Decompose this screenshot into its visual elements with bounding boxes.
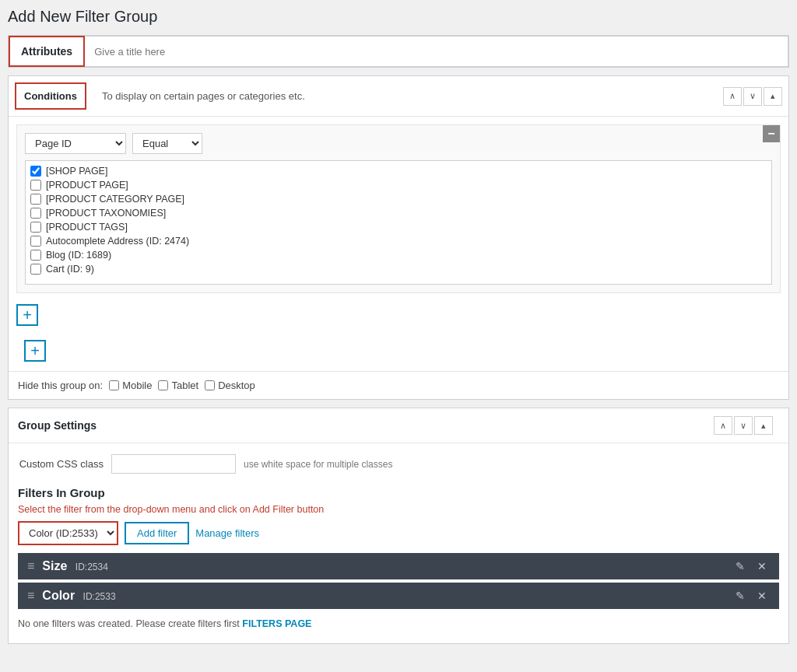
checkbox-autocomplete-address[interactable]	[30, 236, 41, 247]
conditions-collapse-button[interactable]: ▴	[764, 87, 782, 106]
hide-desktop-checkbox[interactable]	[205, 380, 215, 390]
hide-desktop-label[interactable]: Desktop	[205, 380, 255, 391]
conditions-body: − Page ID Category Tag Equal Not Equal […	[16, 124, 781, 293]
checklist-item-product-cat: [PRODUCT CATEGORY PAGE]	[26, 192, 771, 206]
checklist-item-autocomplete: Autocomplete Address (ID: 2474)	[26, 234, 771, 248]
checkbox-shop-page[interactable]	[30, 166, 41, 177]
drag-icon-color: ≡	[27, 589, 34, 603]
add-filter-button[interactable]: Add filter	[125, 522, 189, 544]
attributes-label: Attributes	[9, 36, 85, 67]
attributes-section: Attributes	[8, 35, 789, 68]
filter-row-color: ≡ Color ID:2533 ✎ ✕	[18, 583, 779, 609]
checkbox-product-tags[interactable]	[30, 222, 41, 233]
add-group-button[interactable]: +	[24, 340, 46, 362]
filter-controls: Color (ID:2533) Size (ID:2534) Add filte…	[18, 521, 779, 545]
checkbox-product-category-page[interactable]	[30, 194, 41, 205]
color-remove-button[interactable]: ✕	[754, 590, 770, 602]
checklist-item-blog: Blog (ID: 1689)	[26, 248, 771, 262]
equal-select[interactable]: Equal Not Equal	[132, 133, 202, 154]
custom-css-label: Custom CSS class	[18, 458, 104, 470]
group-settings-header: Group Settings ∧ ∨ ▴	[9, 408, 788, 443]
drag-icon-size: ≡	[27, 559, 34, 573]
filter-name-size: Size ID:2534	[42, 559, 732, 573]
checklist-item-product-tags: [PRODUCT TAGS]	[26, 220, 771, 234]
group-settings-body: Custom CSS class use white space for mul…	[9, 443, 788, 643]
filters-page-link[interactable]: FILTERS PAGE	[242, 618, 311, 629]
color-row-actions: ✎ ✕	[732, 590, 770, 602]
conditions-up-button[interactable]: ∧	[723, 87, 742, 106]
checkbox-cart[interactable]	[30, 264, 41, 275]
conditions-label: Conditions	[15, 82, 86, 110]
filter-row-size: ≡ Size ID:2534 ✎ ✕	[18, 553, 779, 579]
hide-group-row: Hide this group on: Mobile Tablet Deskto…	[9, 371, 788, 399]
checklist-item-product-tax: [PRODUCT TAXONOMIES]	[26, 206, 771, 220]
filter-select[interactable]: Color (ID:2533) Size (ID:2534)	[18, 521, 118, 545]
size-remove-button[interactable]: ✕	[754, 560, 770, 572]
filters-in-group-title: Filters In Group	[18, 486, 779, 499]
add-group-row: +	[9, 334, 788, 371]
conditions-checklist: [SHOP PAGE] [PRODUCT PAGE] [PRODUCT CATE…	[25, 160, 772, 285]
attributes-input[interactable]	[85, 36, 788, 67]
conditions-section: Conditions To display on certain pages o…	[8, 75, 789, 400]
conditions-down-button[interactable]: ∨	[743, 87, 762, 106]
hide-tablet-label[interactable]: Tablet	[158, 380, 198, 391]
no-filters-message: No one filters was created. Please creat…	[18, 612, 779, 632]
checklist-item-shop: [SHOP PAGE]	[26, 164, 771, 178]
page-title: Add New Filter Group	[8, 8, 789, 26]
checklist-item-product: [PRODUCT PAGE]	[26, 178, 771, 192]
filters-hint: Select the filter from the drop-down men…	[18, 504, 779, 515]
group-settings-up-button[interactable]: ∧	[714, 416, 732, 435]
manage-filters-link[interactable]: Manage filters	[195, 527, 259, 539]
group-settings-down-button[interactable]: ∨	[734, 416, 753, 435]
hide-group-label: Hide this group on:	[18, 380, 103, 391]
conditions-select-row: Page ID Category Tag Equal Not Equal	[25, 133, 772, 154]
group-settings-controls: ∧ ∨ ▴	[714, 416, 779, 435]
hide-tablet-checkbox[interactable]	[158, 380, 168, 390]
group-settings-section: Group Settings ∧ ∨ ▴ Custom CSS class us…	[8, 408, 789, 644]
group-settings-title: Group Settings	[18, 419, 714, 432]
page-id-select[interactable]: Page ID Category Tag	[25, 133, 126, 154]
hide-mobile-checkbox[interactable]	[109, 380, 119, 390]
add-condition-button[interactable]: +	[16, 304, 38, 326]
filters-in-group: Filters In Group Select the filter from …	[18, 486, 779, 545]
conditions-controls: ∧ ∨ ▴	[723, 87, 788, 106]
checkbox-product-taxonomies[interactable]	[30, 208, 41, 219]
custom-css-row: Custom CSS class use white space for mul…	[18, 454, 779, 474]
filter-name-color: Color ID:2533	[42, 589, 732, 603]
color-edit-button[interactable]: ✎	[732, 590, 748, 602]
conditions-header: Conditions To display on certain pages o…	[9, 76, 788, 117]
filter-id-size: ID:2534	[75, 562, 108, 572]
checkbox-blog[interactable]	[30, 250, 41, 261]
group-settings-collapse-button[interactable]: ▴	[754, 416, 773, 435]
hide-mobile-label[interactable]: Mobile	[109, 380, 152, 391]
checklist-item-cart: Cart (ID: 9)	[26, 262, 771, 276]
checkbox-product-page[interactable]	[30, 180, 41, 191]
size-row-actions: ✎ ✕	[732, 560, 770, 572]
filter-id-color: ID:2533	[83, 591, 116, 602]
conditions-remove-button[interactable]: −	[763, 125, 780, 142]
conditions-description: To display on certain pages or categorie…	[93, 84, 723, 108]
custom-css-input[interactable]	[111, 454, 236, 474]
custom-css-hint: use white space for multiple classes	[244, 459, 392, 470]
size-edit-button[interactable]: ✎	[732, 560, 748, 572]
